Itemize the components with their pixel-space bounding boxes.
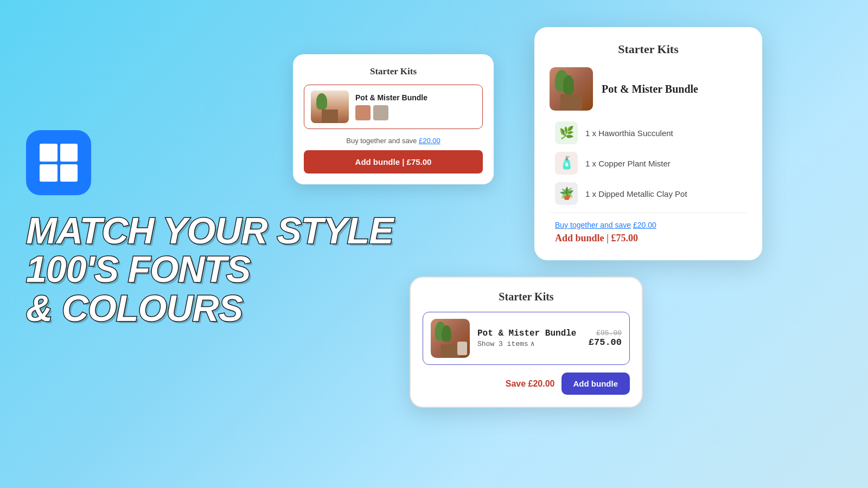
item-icon-pot: 🪴: [555, 182, 578, 205]
headline-line1: MATCH YOUR STYLE: [26, 211, 393, 250]
add-bundle-button-bottom[interactable]: Add bundle: [561, 373, 630, 395]
icon-cell-3: [40, 164, 58, 182]
bundle-info-small: Pot & Mister Bundle: [355, 93, 427, 120]
item-icon-mister: 🧴: [555, 152, 578, 175]
plant-scene-small: [311, 91, 349, 123]
save-text-small: Buy together and save £20.00: [304, 137, 483, 145]
bundle-image-large: [550, 67, 593, 111]
item-label-1: 1 x Haworthia Succulent: [585, 129, 673, 138]
card-small: Starter Kits Pot & Mister Bundle Buy tog…: [293, 54, 494, 184]
icon-cell-4: [60, 164, 78, 182]
bottom-bundle-name: Pot & Mister Bundle: [477, 329, 581, 338]
divider-large: [550, 213, 747, 213]
bundle-name-small: Pot & Mister Bundle: [355, 93, 427, 102]
chevron-icon: ∧: [531, 339, 535, 348]
save-amount-large: £20.00: [633, 221, 656, 229]
bottom-bundle-info: Pot & Mister Bundle Show 3 items ∧: [477, 329, 581, 348]
icon-cell-1: [40, 144, 58, 162]
save-amount-bottom: Save £20.00: [506, 379, 555, 389]
bundle-icons: [355, 105, 427, 120]
item-label-3: 1 x Dipped Metallic Clay Pot: [585, 189, 687, 198]
mini-icon-1: [355, 105, 371, 120]
headline-line2: 100'S FONTS: [26, 250, 393, 288]
item-row-1: 🌿 1 x Haworthia Succulent: [550, 121, 747, 144]
add-bundle-button-large[interactable]: Add bundle | £75.00: [550, 233, 747, 244]
add-bundle-button-small[interactable]: Add bundle | £75.00: [304, 150, 483, 174]
price-sale: £75.00: [589, 337, 622, 348]
app-icon: [26, 130, 91, 195]
card-large-title: Starter Kits: [550, 42, 747, 56]
mini-icon-2: [373, 105, 388, 120]
bundle-row-small: Pot & Mister Bundle: [304, 85, 483, 129]
icon-cell-2: [60, 144, 78, 162]
bottom-footer: Save £20.00 Add bundle: [423, 373, 630, 395]
card-large: Starter Kits Pot & Mister Bundle 🌿 1 x H…: [534, 27, 762, 260]
item-row-3: 🪴 1 x Dipped Metallic Clay Pot: [550, 182, 747, 205]
item-label-2: 1 x Copper Plant Mister: [585, 159, 671, 168]
show-items[interactable]: Show 3 items ∧: [477, 339, 581, 348]
prices: £95.00 £75.00: [589, 329, 622, 348]
bundle-image-bottom: [431, 319, 470, 358]
price-original: £95.00: [589, 329, 622, 337]
headline-line3: & COLOURS: [26, 289, 393, 328]
save-amount-small[interactable]: £20.00: [419, 137, 441, 145]
item-icon-succulent: 🌿: [555, 121, 578, 144]
bundle-image-small: [311, 91, 349, 123]
bundle-name-large: Pot & Mister Bundle: [602, 83, 698, 95]
bottom-bundle-row: Pot & Mister Bundle Show 3 items ∧ £95.0…: [423, 312, 630, 365]
large-bundle-header: Pot & Mister Bundle: [550, 67, 747, 111]
card-bottom-title: Starter Kits: [423, 291, 630, 303]
headline: MATCH YOUR STYLE 100'S FONTS & COLOURS: [26, 211, 393, 328]
card-bottom: Starter Kits Pot & Mister Bundle Show 3 …: [410, 277, 643, 408]
item-row-2: 🧴 1 x Copper Plant Mister: [550, 152, 747, 175]
card-small-title: Starter Kits: [304, 66, 483, 77]
app-icon-grid: [40, 144, 78, 182]
save-text-large: Buy together and save £20.00: [550, 221, 747, 229]
